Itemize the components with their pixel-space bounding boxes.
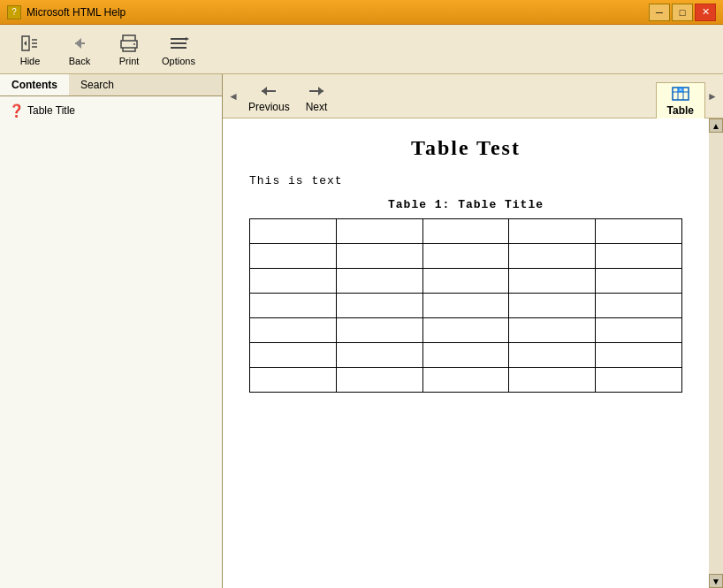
table-cell bbox=[336, 244, 422, 269]
table-cell bbox=[596, 244, 682, 269]
table-cell bbox=[509, 368, 596, 393]
table-cell bbox=[422, 269, 509, 294]
table-cell bbox=[509, 244, 596, 269]
nav-scroll-right[interactable]: ► bbox=[705, 74, 719, 118]
table-cell bbox=[250, 244, 337, 269]
options-label: Options bbox=[162, 56, 195, 66]
next-label: Next bbox=[306, 101, 328, 113]
table-cell bbox=[250, 219, 337, 244]
table-cell bbox=[422, 343, 509, 368]
nav-bar: ◄ Previous Next bbox=[223, 74, 723, 118]
table-cell bbox=[250, 368, 337, 393]
table-tab-label: Table bbox=[667, 104, 694, 117]
tree-item-label: Table Title bbox=[27, 104, 75, 117]
table-cell bbox=[422, 219, 509, 244]
svg-marker-4 bbox=[24, 41, 27, 46]
table-cell bbox=[336, 269, 422, 294]
app-icon-symbol: ? bbox=[11, 7, 17, 17]
scrollbar-right[interactable]: ▲ ▼ bbox=[709, 118, 723, 588]
table-cell bbox=[596, 343, 682, 368]
table-cell bbox=[336, 368, 422, 393]
close-button[interactable]: ✕ bbox=[695, 4, 716, 21]
tree-area: ❓ Table Title bbox=[0, 96, 222, 588]
tabs-row: Contents Search bbox=[0, 74, 222, 96]
minimize-button[interactable]: ─ bbox=[649, 4, 670, 21]
table-cell bbox=[336, 318, 422, 343]
previous-label: Previous bbox=[248, 101, 290, 113]
table-row bbox=[250, 269, 682, 294]
print-button[interactable]: Print bbox=[106, 28, 152, 71]
table-cell bbox=[336, 343, 422, 368]
table-cell bbox=[422, 294, 509, 318]
tab-search[interactable]: Search bbox=[69, 74, 126, 95]
nav-scroll-left[interactable]: ◄ bbox=[226, 74, 240, 118]
table-cell bbox=[509, 294, 596, 318]
hide-icon bbox=[19, 33, 41, 54]
table-cell bbox=[596, 269, 682, 294]
data-table bbox=[249, 218, 682, 393]
svg-point-10 bbox=[133, 43, 135, 45]
toolbar: Hide Back Print bbox=[0, 25, 723, 74]
window-title: Microsoft HTML Help bbox=[27, 6, 126, 19]
restore-button[interactable]: □ bbox=[672, 4, 693, 21]
next-button[interactable]: Next bbox=[298, 74, 336, 118]
table-cell bbox=[422, 368, 509, 393]
back-label: Back bbox=[69, 56, 90, 66]
print-label: Print bbox=[119, 56, 140, 66]
print-icon bbox=[118, 33, 140, 54]
table-cell bbox=[336, 294, 422, 318]
svg-rect-11 bbox=[171, 38, 186, 40]
left-panel: Contents Search ❓ Table Title bbox=[0, 74, 223, 588]
options-button[interactable]: Options bbox=[156, 28, 202, 71]
table-row bbox=[250, 318, 682, 343]
table-row bbox=[250, 294, 682, 318]
back-button[interactable]: Back bbox=[57, 28, 103, 71]
svg-marker-14 bbox=[186, 37, 189, 41]
table-cell bbox=[509, 318, 596, 343]
table-cell bbox=[250, 343, 337, 368]
tree-item-icon: ❓ bbox=[9, 103, 24, 118]
svg-rect-13 bbox=[171, 47, 186, 49]
table-row bbox=[250, 244, 682, 269]
table-cell bbox=[509, 219, 596, 244]
main-area: Contents Search ❓ Table Title ◄ Previous bbox=[0, 74, 723, 588]
table-cell bbox=[596, 219, 682, 244]
right-panel: ◄ Previous Next bbox=[223, 74, 723, 588]
table-cell bbox=[250, 269, 337, 294]
table-cell bbox=[509, 269, 596, 294]
table-row bbox=[250, 368, 682, 393]
tab-contents[interactable]: Contents bbox=[0, 74, 69, 95]
table-cell bbox=[596, 294, 682, 318]
intro-text: This is text bbox=[249, 174, 682, 187]
table-cell bbox=[422, 244, 509, 269]
app-icon: ? bbox=[7, 5, 21, 19]
svg-rect-12 bbox=[171, 42, 186, 44]
table-row bbox=[250, 343, 682, 368]
table-cell bbox=[250, 318, 337, 343]
title-controls: ─ □ ✕ bbox=[649, 4, 716, 21]
scroll-up-arrow[interactable]: ▲ bbox=[709, 118, 723, 133]
page-title: Table Test bbox=[249, 136, 682, 160]
options-icon bbox=[168, 33, 189, 54]
table-tab[interactable]: Table bbox=[656, 82, 705, 118]
table-cell bbox=[596, 368, 682, 393]
previous-button[interactable]: Previous bbox=[240, 74, 298, 118]
content-wrapper: Table Test This is text Table 1: Table T… bbox=[223, 118, 723, 588]
hide-button[interactable]: Hide bbox=[7, 28, 53, 71]
table-row bbox=[250, 219, 682, 244]
scroll-track[interactable] bbox=[709, 133, 723, 574]
table-cell bbox=[509, 343, 596, 368]
table-cell bbox=[596, 318, 682, 343]
tree-item-table-title[interactable]: ❓ Table Title bbox=[5, 102, 217, 119]
back-icon bbox=[69, 33, 90, 54]
scroll-down-arrow[interactable]: ▼ bbox=[709, 574, 723, 588]
hide-label: Hide bbox=[20, 56, 41, 66]
table-cell bbox=[336, 219, 422, 244]
table-caption: Table 1: Table Title bbox=[249, 198, 682, 211]
content-area: Table Test This is text Table 1: Table T… bbox=[223, 118, 709, 588]
title-bar-left: ? Microsoft HTML Help bbox=[7, 5, 126, 19]
table-cell bbox=[250, 294, 337, 318]
title-bar: ? Microsoft HTML Help ─ □ ✕ bbox=[0, 0, 723, 25]
table-cell bbox=[422, 318, 509, 343]
